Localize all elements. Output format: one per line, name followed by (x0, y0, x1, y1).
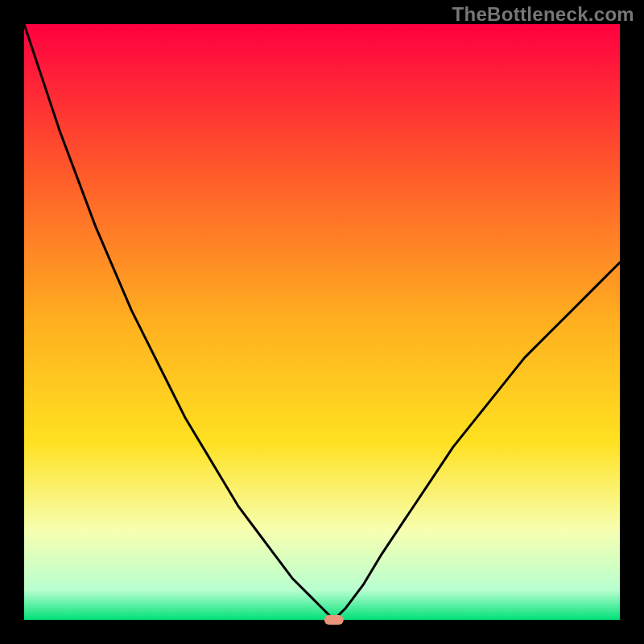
bottleneck-chart (0, 0, 644, 644)
min-marker (324, 615, 344, 625)
chart-container: TheBottleneck.com (0, 0, 644, 644)
watermark-label: TheBottleneck.com (452, 3, 634, 26)
plot-background (24, 24, 620, 620)
